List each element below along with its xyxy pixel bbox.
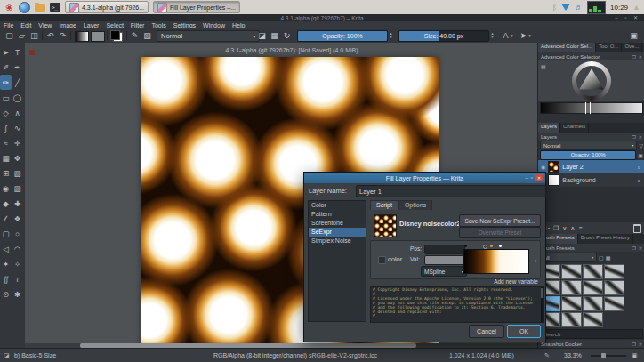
shade-strip[interactable] <box>540 102 643 114</box>
file-manager-icon[interactable] <box>34 2 45 13</box>
tool-assistants[interactable]: ✚ <box>12 196 23 211</box>
float-docker-icon[interactable]: ❐ <box>632 245 635 251</box>
script-scrollbar[interactable] <box>541 287 543 322</box>
gradient-chooser[interactable] <box>75 31 89 42</box>
tab-advanced-color-sel[interactable]: Advanced Color Sel... <box>538 43 596 52</box>
tag-filter-dropdown[interactable]: All ▾ <box>540 253 597 262</box>
val-input[interactable] <box>424 255 465 265</box>
generator-color[interactable]: Color <box>309 201 366 210</box>
zoom-reset-button[interactable]: ▣ <box>632 349 638 362</box>
generator-screentone[interactable]: Screentone <box>309 219 366 228</box>
tool-magnetic-select[interactable]: ≀ <box>12 271 23 286</box>
tool-outline-select[interactable]: ◠ <box>12 241 23 256</box>
pressure-icon[interactable]: ✎ <box>544 349 550 362</box>
size-slider[interactable]: Size: 40.00 px <box>398 30 489 42</box>
delete-layer-button[interactable] <box>633 224 641 233</box>
chevron-down-icon[interactable]: ▾ <box>548 226 550 230</box>
tool-smart-patch[interactable]: ❖ <box>12 211 23 226</box>
tool-line[interactable]: ╱ <box>12 75 23 90</box>
zoom-slider-thumb[interactable] <box>601 353 606 358</box>
save-preset-button[interactable]: Save New SeExpr Preset... <box>459 214 541 227</box>
edit-brush-settings-icon[interactable]: ✎ <box>129 30 141 41</box>
layer-style-icon[interactable]: ▣ <box>638 152 643 158</box>
tab-ove[interactable]: Ove... <box>622 43 642 52</box>
visibility-eye-icon[interactable]: ◉ <box>541 164 545 170</box>
move-layer-up-button[interactable]: ∧ <box>570 225 575 232</box>
layer-row-background[interactable]: ◉Backgroundα <box>538 173 644 187</box>
terminal-icon[interactable]: >_ <box>49 2 60 13</box>
wifi-icon[interactable] <box>561 4 570 11</box>
tool-ellipse-select[interactable]: ○ <box>12 226 23 241</box>
browser-icon[interactable] <box>19 2 30 13</box>
menu-window[interactable]: Window <box>199 22 229 28</box>
menu-settings[interactable]: Settings <box>170 22 199 28</box>
brush-preset[interactable] <box>561 280 582 295</box>
gradient-preview[interactable] <box>463 249 529 274</box>
cancel-button[interactable]: Cancel <box>469 325 504 338</box>
colorspace-label[interactable]: RGB/Alpha (8-bit integer/channel) sRGB-e… <box>213 349 377 362</box>
undo-icon[interactable]: ↶ <box>44 30 56 41</box>
menu-image[interactable]: Image <box>55 22 79 28</box>
menu-select[interactable]: Select <box>102 22 126 28</box>
open-document-icon[interactable]: ▱ <box>16 30 28 41</box>
tool-move[interactable]: ✥ <box>12 150 23 165</box>
tool-calligraphy[interactable]: ✒ <box>12 60 23 75</box>
close-docker-icon[interactable]: ✕ <box>639 245 642 251</box>
float-docker-icon[interactable]: ❐ <box>632 54 635 60</box>
raspberry-menu-icon[interactable]: ❀ <box>4 2 15 13</box>
tool-freehand-path[interactable]: ∿ <box>12 120 23 135</box>
variable-checkbox[interactable] <box>378 256 386 264</box>
blending-mode-dropdown[interactable]: Normal ▾ <box>157 30 260 42</box>
redo-icon[interactable]: ↷ <box>57 30 68 41</box>
color-wheel-area[interactable]: ▤ <box>538 60 644 101</box>
opacity-slider[interactable]: Opacity: 100% <box>297 30 388 42</box>
choose-brush-preset-icon[interactable]: ▨ <box>141 30 153 41</box>
display-mode-icon[interactable]: ▦ <box>606 254 611 261</box>
maximize-icon[interactable]: ▫ <box>531 175 533 181</box>
tool-bezier-curve[interactable]: ∫ <box>0 120 12 135</box>
tool-poly-select[interactable]: ◁ <box>0 241 12 256</box>
brush-preset[interactable] <box>561 312 582 327</box>
float-docker-icon[interactable]: ❐ <box>632 134 635 140</box>
close-docker-icon[interactable]: ✕ <box>639 134 642 140</box>
window-controls[interactable]: – ▫ ✕ <box>615 14 640 20</box>
interpolation-dropdown[interactable]: MSpline ▾ <box>421 266 467 277</box>
tool-zoom[interactable]: ⊙ <box>0 286 12 302</box>
add-variable-link[interactable]: Add new variable <box>494 278 538 285</box>
brush-preset[interactable] <box>583 296 603 311</box>
tool-text[interactable]: T <box>12 44 23 60</box>
bluetooth-icon[interactable]: ᛒ <box>552 3 557 12</box>
gradient-stop[interactable] <box>490 245 493 247</box>
pattern-chooser[interactable] <box>91 31 105 42</box>
menu-edit[interactable]: Edit <box>17 22 35 28</box>
chevron-down-icon[interactable]: ▾ <box>509 30 515 41</box>
duplicate-layer-button[interactable]: ❐ <box>553 225 559 232</box>
preserve-alpha-icon[interactable]: ▦ <box>269 30 280 41</box>
brush-preset[interactable] <box>583 280 603 295</box>
tab-script[interactable]: Script <box>370 200 398 210</box>
workspace-chooser-icon[interactable]: ▣ <box>628 30 640 41</box>
brush-preset[interactable] <box>604 264 624 279</box>
save-icon[interactable]: ◫ <box>28 30 40 41</box>
close-docker-icon[interactable]: ✕ <box>639 54 642 60</box>
tool-transform[interactable]: ▦ <box>0 150 12 165</box>
layer-properties-button[interactable]: ≡ <box>578 225 582 231</box>
cpu-monitor[interactable] <box>587 1 606 14</box>
close-docker-icon[interactable]: ✕ <box>639 342 642 347</box>
minimize-icon[interactable]: – <box>526 175 528 181</box>
tool-polygon[interactable]: ◇ <box>0 105 12 120</box>
tool-polyline[interactable]: ∧ <box>12 105 23 120</box>
size-spinner[interactable]: ▲▼ <box>489 30 495 40</box>
tool-select-shapes[interactable]: ➤ <box>0 44 12 60</box>
next-arrow-button[interactable]: → <box>530 253 539 267</box>
tool-edit-shapes[interactable]: ✐ <box>0 60 12 75</box>
scrollbar-thumb[interactable] <box>541 288 543 298</box>
tool-color-sampler[interactable]: ◉ <box>0 181 12 196</box>
layer-opacity-slider[interactable]: Opacity: 100% <box>540 150 636 160</box>
script-editor[interactable]: # Copyright Disney Enterprises, Inc. All… <box>370 286 544 323</box>
brush-preset[interactable] <box>561 296 582 311</box>
tool-multibrush[interactable]: ✛ <box>12 135 23 150</box>
tab-tool-o[interactable]: Tool O... <box>596 43 622 52</box>
brush-search-input[interactable]: Search <box>540 329 643 339</box>
layer-filter-icon[interactable]: ▽ <box>639 142 643 149</box>
